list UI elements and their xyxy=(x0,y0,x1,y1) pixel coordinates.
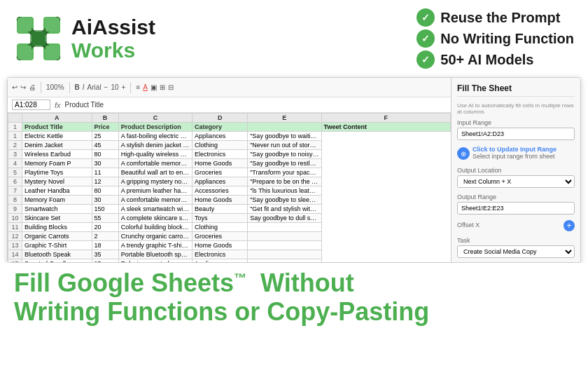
table-cell: 12 xyxy=(8,232,22,241)
table-cell: Relaxing scented candles for a cozy at xyxy=(118,259,192,263)
table-cell: "Get fit and stylish with this sleek sma… xyxy=(248,205,321,214)
svg-rect-10 xyxy=(46,46,59,60)
col-header-rownum xyxy=(8,114,22,123)
logo-area: AiAssist Works xyxy=(14,14,155,63)
table-cell: 8 xyxy=(8,196,22,205)
cell-ref-input[interactable] xyxy=(12,100,50,110)
col-header-c: C xyxy=(118,114,192,123)
input-range-field[interactable] xyxy=(457,128,575,140)
table-header-row: A B C D E F xyxy=(8,114,451,123)
table-cell: Scented Candle xyxy=(22,259,92,263)
table-cell: 15 xyxy=(92,259,118,263)
table-cell: Graphic T-Shirt xyxy=(22,241,92,250)
table-cell: 45 xyxy=(92,141,118,150)
toolbar-icon-align: ≡ xyxy=(136,83,140,91)
check-icon-1: ✓ xyxy=(416,8,435,27)
toolbar-icon-print: 🖨 xyxy=(29,83,36,91)
col-title-product: Product Title xyxy=(22,123,92,132)
toolbar-icon-bold: B xyxy=(75,83,80,91)
output-location-select[interactable]: Next Column + X xyxy=(457,175,575,188)
panel-subtitle: Use AI to automatically fill cells in mu… xyxy=(457,102,575,115)
col-title-e xyxy=(248,123,321,132)
table-cell: 25 xyxy=(92,132,118,141)
table-cell: Accessories xyxy=(192,186,248,196)
col-title-desc: Product Description xyxy=(118,123,192,132)
table-cell: 13 xyxy=(8,241,22,250)
features-list: ✓ Reuse the Prompt ✓ No Writing Function… xyxy=(416,8,574,69)
panel-input-range-section: Input Range xyxy=(457,119,575,140)
sheet-body: 1Electric Kettle25A fast-boiling electri… xyxy=(8,132,451,263)
table-cell: 3 xyxy=(8,150,22,159)
table-row: 8Memory Foam30A comfortable memory foam … xyxy=(8,196,451,205)
table-cell: Bluetooth Speak xyxy=(22,250,92,259)
table-cell: 12 xyxy=(92,177,118,186)
table-cell xyxy=(248,250,321,259)
toolbar-plus[interactable]: + xyxy=(122,83,126,91)
toolbar-icon-color: A xyxy=(143,83,148,91)
col-title-tweet: Tweet Content xyxy=(321,123,450,132)
panel-click-update-row: ⊕ Click to Update Input Range Select inp… xyxy=(457,146,575,161)
table-cell: A premium leather handbag with ample xyxy=(118,186,192,196)
table-cell: Organic Carrots xyxy=(22,232,92,241)
table-cell: A complete skincare set for glowing ski xyxy=(118,214,192,223)
logo-icon xyxy=(14,14,63,63)
table-cell: 20 xyxy=(92,223,118,232)
feature-label-1: Reuse the Prompt xyxy=(440,10,560,26)
table-cell: Appliances xyxy=(192,132,248,141)
table-cell: Appliances xyxy=(192,177,248,186)
table-cell xyxy=(248,241,321,250)
table-row: 12Organic Carrots2Crunchy organic carrot… xyxy=(8,232,451,241)
panel-task-label: Task xyxy=(457,237,575,244)
table-cell: Leather Handba xyxy=(22,186,92,196)
formula-fx-label: fx xyxy=(55,101,61,109)
update-icon: ⊕ xyxy=(457,147,470,160)
col-header-d: D xyxy=(192,114,248,123)
toolbar-fontsize: 10 xyxy=(111,83,118,91)
table-cell: "Never run out of storage space again wi… xyxy=(248,141,321,150)
table-cell: A sleek smartwatch with fitness trackin xyxy=(118,205,192,214)
table-cell: 9 xyxy=(8,205,22,214)
logo-text: AiAssist Works xyxy=(71,15,155,62)
table-cell: 11 xyxy=(92,168,118,177)
task-select[interactable]: Create Social Media Copy xyxy=(457,245,575,258)
output-range-field[interactable] xyxy=(457,202,575,214)
table-cell: "Prepare to be on the edge of your seat … xyxy=(248,177,321,186)
table-row: 7Leather Handba80A premium leather handb… xyxy=(8,186,451,196)
toolbar-separator-2 xyxy=(69,82,70,93)
table-cell xyxy=(248,223,321,232)
feature-label-3: 50+ AI Models xyxy=(440,52,533,68)
table-cell: 10 xyxy=(8,214,22,223)
table-cell: 11 xyxy=(8,223,22,232)
table-cell: A stylish denim jacket with multiple poc xyxy=(118,141,192,150)
zoom-level: 100% xyxy=(46,83,64,91)
table-cell: A comfortable memory foam pillow for xyxy=(118,196,192,205)
table-cell xyxy=(248,232,321,241)
check-icon-2: ✓ xyxy=(416,29,435,48)
table-row: 3Wireless Earbud80High-quality wireless … xyxy=(8,150,451,159)
add-task-button[interactable]: + xyxy=(564,220,575,231)
click-update-sub: Select input range from sheet xyxy=(472,153,556,160)
table-cell: 35 xyxy=(92,250,118,259)
table-cell: Electronics xyxy=(192,150,248,159)
click-update-title[interactable]: Click to Update Input Range xyxy=(472,146,556,153)
table-cell: 150 xyxy=(92,205,118,214)
side-panel: Fill The Sheet Use AI to automatically f… xyxy=(451,78,580,262)
panel-input-range-label: Input Range xyxy=(457,119,575,126)
table-cell: Home Goods xyxy=(192,196,248,205)
table-cell: 80 xyxy=(92,186,118,196)
table-row: 9Smartwatch150A sleek smartwatch with fi… xyxy=(8,205,451,214)
feature-item-1: ✓ Reuse the Prompt xyxy=(416,8,574,27)
table-cell: Memory Foam P xyxy=(22,159,92,168)
toolbar-minus[interactable]: − xyxy=(104,83,108,91)
table-cell: 30 xyxy=(92,196,118,205)
sheet-grid[interactable]: A B C D E F 1 Product Title Price Produc… xyxy=(8,113,451,262)
check-icon-3: ✓ xyxy=(416,50,435,69)
table-cell: 7 xyxy=(8,186,22,196)
svg-rect-9 xyxy=(18,46,31,60)
panel-output-location-section: Output Location Next Column + X xyxy=(457,167,575,188)
table-cell: Home Goods xyxy=(192,159,248,168)
col-title-price: Price xyxy=(92,123,118,132)
svg-rect-8 xyxy=(46,18,59,32)
table-cell: Building Blocks xyxy=(22,223,92,232)
panel-click-update-section: ⊕ Click to Update Input Range Select inp… xyxy=(457,146,575,161)
